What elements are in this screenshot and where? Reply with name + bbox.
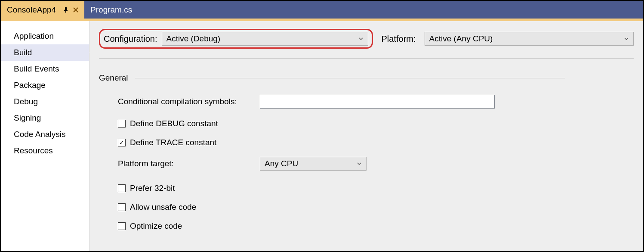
platform-value: Active (Any CPU) <box>429 34 493 44</box>
sidebar-item-build[interactable]: Build <box>1 44 89 61</box>
checkbox-label: Define TRACE constant <box>130 138 216 147</box>
allow-unsafe-checkbox[interactable]: Allow unsafe code <box>118 202 634 212</box>
sidebar: Application Build Build Events Package D… <box>1 21 89 251</box>
general-form: Conditional compilation symbols: Define … <box>99 83 634 231</box>
checkbox-icon <box>118 203 126 211</box>
sidebar-item-debug[interactable]: Debug <box>1 93 89 110</box>
sidebar-item-label: Resources <box>14 146 53 155</box>
sidebar-item-resources[interactable]: Resources <box>1 143 89 159</box>
sidebar-item-label: Code Analysis <box>14 130 65 139</box>
chevron-down-icon <box>624 36 629 41</box>
platform-target-dropdown[interactable]: Any CPU <box>260 157 367 171</box>
pin-icon[interactable] <box>63 7 69 13</box>
content-panel: Configuration: Active (Debug) Platform: … <box>89 21 643 251</box>
checkbox-label: Optimize code <box>130 221 182 231</box>
tab-label: Program.cs <box>90 5 132 15</box>
define-debug-checkbox[interactable]: Define DEBUG constant <box>118 119 634 128</box>
configuration-dropdown[interactable]: Active (Debug) <box>162 32 368 46</box>
sidebar-item-application[interactable]: Application <box>1 28 89 44</box>
section-header-general: General <box>99 73 634 83</box>
app-window: ConsoleApp4 Program.cs Application Build… <box>0 0 644 252</box>
checkbox-icon <box>118 222 126 230</box>
section-title: General <box>99 73 128 83</box>
symbols-label: Conditional compilation symbols: <box>118 97 260 106</box>
configuration-group-highlight: Configuration: Active (Debug) <box>99 29 373 49</box>
top-row: Configuration: Active (Debug) Platform: … <box>99 29 634 59</box>
define-trace-checkbox[interactable]: Define TRACE constant <box>118 138 634 147</box>
platform-target-label: Platform target: <box>118 159 260 168</box>
optimize-code-checkbox[interactable]: Optimize code <box>118 221 634 231</box>
checkbox-icon <box>118 139 126 146</box>
sidebar-item-label: Signing <box>14 113 41 122</box>
platform-target-row: Platform target: Any CPU <box>118 157 634 171</box>
checkbox-icon <box>118 120 126 128</box>
platform-dropdown[interactable]: Active (Any CPU) <box>425 32 634 46</box>
sidebar-item-signing[interactable]: Signing <box>1 110 89 126</box>
sidebar-item-label: Debug <box>14 97 38 106</box>
sidebar-item-label: Build <box>14 48 32 57</box>
divider <box>135 78 565 78</box>
prefer-32bit-checkbox[interactable]: Prefer 32-bit <box>118 184 634 193</box>
sidebar-item-label: Build Events <box>14 64 59 73</box>
symbols-row: Conditional compilation symbols: <box>118 95 634 109</box>
tab-bar: ConsoleApp4 Program.cs <box>1 1 643 19</box>
chevron-down-icon <box>358 36 364 41</box>
checkbox-label: Allow unsafe code <box>130 202 196 212</box>
sidebar-item-label: Package <box>14 81 46 90</box>
close-icon[interactable] <box>73 7 78 12</box>
checkbox-label: Define DEBUG constant <box>130 119 218 128</box>
tab-program-cs[interactable]: Program.cs <box>84 1 138 19</box>
sidebar-item-package[interactable]: Package <box>1 77 89 93</box>
chevron-down-icon <box>357 161 362 166</box>
tab-label: ConsoleApp4 <box>7 5 56 15</box>
symbols-input[interactable] <box>260 95 495 109</box>
sidebar-item-code-analysis[interactable]: Code Analysis <box>1 126 89 143</box>
platform-target-value: Any CPU <box>265 159 298 168</box>
configuration-label: Configuration: <box>104 34 157 44</box>
checkbox-icon <box>118 184 126 192</box>
main-area: Application Build Build Events Package D… <box>1 21 643 251</box>
tab-consoleapp4[interactable]: ConsoleApp4 <box>1 1 84 19</box>
platform-label: Platform: <box>382 34 416 44</box>
sidebar-item-label: Application <box>14 31 54 40</box>
checkbox-label: Prefer 32-bit <box>130 184 175 193</box>
sidebar-item-build-events[interactable]: Build Events <box>1 61 89 77</box>
configuration-value: Active (Debug) <box>166 34 221 44</box>
